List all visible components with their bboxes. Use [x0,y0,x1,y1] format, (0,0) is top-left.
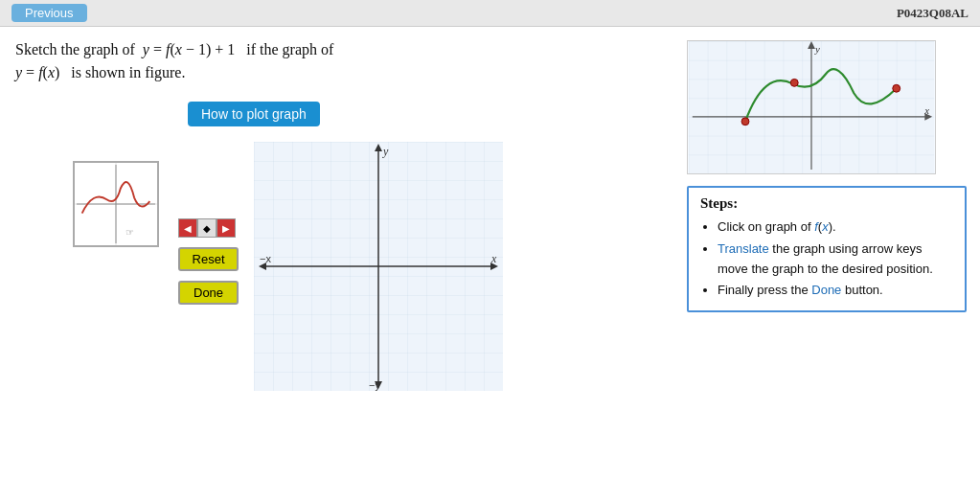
right-panel: y x Steps: Click on graph of f(x). Trans… [673,27,980,502]
reference-graph-svg: y x [688,41,935,173]
graph-area: ☞ ◀ ◆ ▶ Reset Done [73,142,658,391]
steps-list: Click on graph of f(x). Translate the gr… [700,217,953,301]
done-button[interactable]: Done [178,281,239,305]
svg-text:x: x [923,104,929,116]
svg-text:x: x [490,252,497,265]
main-graph[interactable]: y x −y −x [254,142,503,391]
problem-line1: Sketch the graph of y = f(x − 1) + 1 if … [15,38,658,61]
svg-text:−y: −y [369,379,380,391]
svg-point-27 [893,84,900,92]
reference-graph: y x [687,40,936,174]
arrow-center-button[interactable]: ◆ [197,218,217,238]
previous-button[interactable]: Previous [11,4,87,22]
main-content: Sketch the graph of y = f(x − 1) + 1 if … [0,27,980,502]
svg-point-25 [741,118,749,126]
graph-thumbnail[interactable]: ☞ [73,161,159,247]
steps-box: Steps: Click on graph of f(x). Translate… [687,186,967,312]
top-bar: Previous P0423Q08AL [0,0,980,27]
main-graph-svg: y x −y −x [254,142,503,391]
step-3: Finally press the Done button. [718,281,953,301]
thumbnail-svg: ☞ [75,163,157,245]
steps-title: Steps: [700,195,953,212]
reset-button[interactable]: Reset [178,247,239,271]
svg-text:☞: ☞ [125,227,134,238]
controls-panel: ◀ ◆ ▶ Reset Done [178,199,239,305]
arrow-right-button[interactable]: ▶ [217,218,236,238]
how-to-plot-button[interactable]: How to plot graph [188,102,320,126]
problem-line2: y = f(x) is shown in figure. [15,61,658,84]
arrow-left-button[interactable]: ◀ [178,218,197,238]
step-1: Click on graph of f(x). [718,217,953,238]
arrow-cluster: ◀ ◆ ▶ [178,199,239,238]
problem-id: P0423Q08AL [897,6,969,21]
svg-text:y: y [382,145,389,158]
svg-text:y: y [814,43,820,55]
step-2: Translate the graph using arrow keys mov… [718,240,953,280]
problem-statement: Sketch the graph of y = f(x − 1) + 1 if … [15,38,658,84]
svg-text:−x: −x [260,253,271,264]
svg-point-26 [790,79,798,86]
left-panel: Sketch the graph of y = f(x − 1) + 1 if … [0,27,673,502]
